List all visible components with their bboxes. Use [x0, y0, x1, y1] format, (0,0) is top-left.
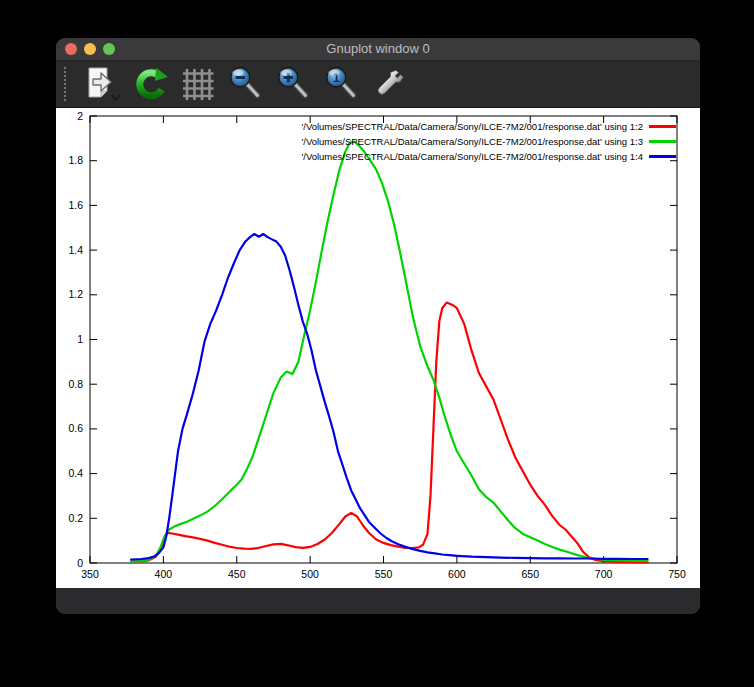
legend-line-sample [649, 125, 676, 128]
grid-icon [179, 64, 217, 104]
plot-svg: 35040045050055060065070075000.20.40.60.8… [56, 108, 700, 588]
y-tick-label: 1.6 [68, 199, 83, 211]
x-tick-label: 450 [228, 568, 246, 580]
zoom-in-button[interactable] [275, 63, 313, 105]
x-tick-label: 750 [668, 568, 686, 580]
y-tick-label: 0.2 [68, 512, 83, 524]
export-button[interactable] [83, 63, 121, 105]
x-tick-label: 600 [448, 568, 466, 580]
y-tick-label: 2 [77, 110, 83, 122]
zoom-reset-icon: 1 [323, 64, 361, 104]
legend-item: '/Volumes/SPECTRAL/Data/Camera/Sony/ILCE… [301, 119, 676, 134]
y-tick-label: 0.4 [68, 467, 83, 479]
x-tick-label: 400 [155, 568, 173, 580]
chart-legend: '/Volumes/SPECTRAL/Data/Camera/Sony/ILCE… [301, 119, 676, 164]
settings-button[interactable] [371, 63, 409, 105]
legend-line-sample [649, 155, 676, 158]
x-tick-label: 350 [81, 568, 99, 580]
replot-button[interactable] [131, 63, 169, 105]
zoom-reset-button[interactable]: 1 [323, 63, 361, 105]
legend-item: '/Volumes/SPECTRAL/Data/Camera/Sony/ILCE… [301, 134, 676, 149]
zoom-out-icon [227, 64, 265, 104]
grid-button[interactable] [179, 63, 217, 105]
series-line-1 [131, 303, 648, 562]
x-tick-label: 650 [521, 568, 539, 580]
y-tick-label: 1 [77, 333, 83, 345]
refresh-icon [131, 64, 169, 104]
title-bar[interactable]: Gnuplot window 0 [56, 38, 700, 61]
toolbar: 1 [56, 61, 700, 108]
x-tick-label: 500 [301, 568, 319, 580]
gnuplot-window: Gnuplot window 0 [56, 38, 700, 614]
legend-label: '/Volumes/SPECTRAL/Data/Camera/Sony/ILCE… [301, 136, 643, 147]
export-icon [83, 64, 121, 104]
y-tick-label: 1.8 [68, 154, 83, 166]
y-tick-label: 0.6 [68, 422, 83, 434]
toolbar-drag-handle[interactable] [64, 67, 72, 101]
zoom-out-button[interactable] [227, 63, 265, 105]
status-bar: 513.065, 1.38689 [56, 588, 700, 614]
y-tick-label: 0 [77, 557, 83, 569]
legend-line-sample [649, 140, 676, 143]
wrench-icon [371, 64, 409, 104]
legend-label: '/Volumes/SPECTRAL/Data/Camera/Sony/ILCE… [301, 121, 643, 132]
y-tick-label: 1.2 [68, 288, 83, 300]
y-tick-label: 1.4 [68, 244, 83, 256]
x-tick-label: 550 [375, 568, 393, 580]
y-tick-label: 0.8 [68, 378, 83, 390]
legend-item: '/Volumes/SPECTRAL/Data/Camera/Sony/ILCE… [301, 149, 676, 164]
window-title: Gnuplot window 0 [56, 38, 700, 60]
series-line-2 [131, 142, 648, 562]
plot-canvas[interactable]: 35040045050055060065070075000.20.40.60.8… [56, 108, 700, 588]
legend-label: '/Volumes/SPECTRAL/Data/Camera/Sony/ILCE… [301, 151, 643, 162]
x-tick-label: 700 [595, 568, 613, 580]
zoom-in-icon [275, 64, 313, 104]
